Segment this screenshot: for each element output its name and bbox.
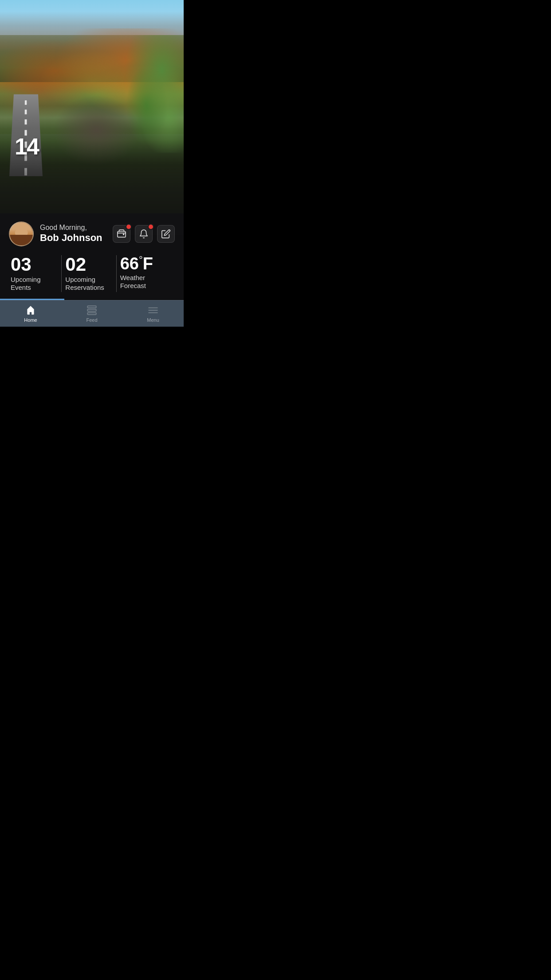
feed-icon <box>86 304 98 316</box>
avatar-face <box>10 222 33 245</box>
info-panel: Good Morning, Bob Johnson <box>0 213 184 300</box>
app-container: 14 Good Morning, Bob Johnson <box>0 0 184 327</box>
home-label: Home <box>24 317 37 323</box>
home-icon <box>25 304 36 316</box>
reservations-number: 02 <box>65 255 113 274</box>
nav-menu[interactable]: Menu <box>122 304 184 323</box>
events-number: 03 <box>11 255 58 274</box>
svg-rect-2 <box>87 309 96 311</box>
nav-feed[interactable]: Feed <box>61 304 122 323</box>
greeting-left: Good Morning, Bob Johnson <box>9 221 102 246</box>
svg-rect-3 <box>87 312 96 314</box>
edit-icon <box>161 229 171 239</box>
bottom-nav: Home Feed Menu <box>0 300 184 327</box>
feed-label: Feed <box>86 317 97 323</box>
nav-home[interactable]: Home <box>0 304 61 323</box>
menu-label: Menu <box>147 317 159 323</box>
stats-row: 03 UpcomingEvents 02 UpcomingReservation… <box>9 253 175 294</box>
svg-rect-1 <box>87 306 96 308</box>
weather-number: 66°F <box>120 255 168 272</box>
edit-button[interactable] <box>157 225 175 243</box>
notification-badge <box>148 224 154 230</box>
bell-icon <box>139 229 149 239</box>
wallet-badge <box>126 224 132 230</box>
events-label: UpcomingEvents <box>11 276 58 292</box>
greeting-morning: Good Morning, <box>40 224 102 232</box>
menu-icon <box>147 304 159 316</box>
greeting-text: Good Morning, Bob Johnson <box>40 224 102 244</box>
wallet-icon <box>117 229 126 239</box>
svg-rect-0 <box>118 231 126 237</box>
notification-button[interactable] <box>135 225 153 243</box>
temp-unit: F <box>143 254 153 273</box>
greeting-name: Bob Johnson <box>40 232 102 244</box>
stat-reservations[interactable]: 02 UpcomingReservations <box>65 253 120 294</box>
avatar[interactable] <box>9 221 34 246</box>
wallet-button[interactable] <box>113 225 130 243</box>
degree-symbol: ° <box>139 254 143 265</box>
greeting-actions <box>113 225 175 243</box>
hero-image: 14 <box>0 0 184 235</box>
greeting-row: Good Morning, Bob Johnson <box>9 221 175 246</box>
weather-label: WeatherForecast <box>120 274 168 291</box>
stat-weather[interactable]: 66°F WeatherForecast <box>120 253 175 294</box>
stat-events[interactable]: 03 UpcomingEvents <box>9 253 65 294</box>
runway-number: 14 <box>15 133 39 160</box>
reservations-label: UpcomingReservations <box>65 276 113 292</box>
